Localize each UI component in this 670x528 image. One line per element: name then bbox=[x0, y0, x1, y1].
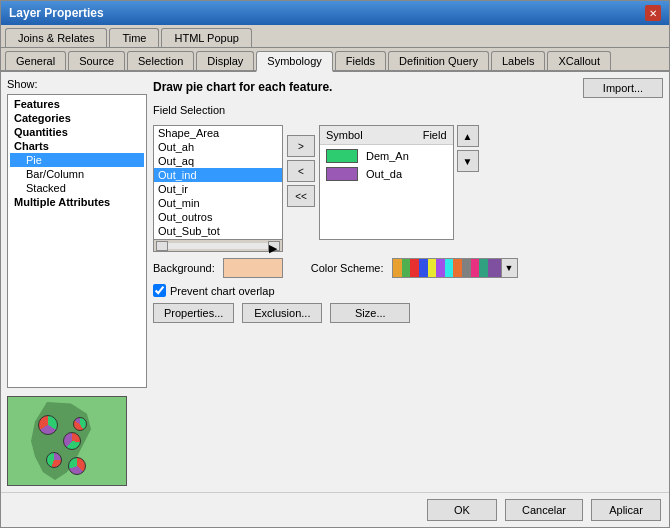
field-selection-label: Field Selection bbox=[153, 104, 663, 116]
tree-item-stacked[interactable]: Stacked bbox=[10, 181, 144, 195]
symbol-color-dem-an[interactable] bbox=[326, 149, 358, 163]
tree-item-quantities[interactable]: Quantities bbox=[10, 125, 144, 139]
symbol-field-dem-an: Dem_An bbox=[366, 150, 409, 162]
tab-time[interactable]: Time bbox=[109, 28, 159, 47]
tree-item-categories[interactable]: Categories bbox=[10, 111, 144, 125]
symbol-header: Symbol Field bbox=[320, 126, 453, 145]
content-area: Show: Features Categories Quantities Cha… bbox=[1, 72, 669, 492]
listbox-scrollbar[interactable]: ▶ bbox=[153, 240, 283, 252]
fields-listbox[interactable]: Shape_Area Out_ah Out_aq Out_ind Out_ir … bbox=[153, 125, 283, 240]
pie-chart-4 bbox=[73, 417, 87, 431]
tab-selection[interactable]: Selection bbox=[127, 51, 194, 70]
pie-chart-5 bbox=[68, 457, 86, 475]
properties-button[interactable]: Properties... bbox=[153, 303, 234, 323]
arrow-buttons: > < << bbox=[287, 125, 315, 207]
remove-all-fields-button[interactable]: << bbox=[287, 185, 315, 207]
background-color-swatch[interactable] bbox=[223, 258, 283, 278]
symbol-row-dem-an: Dem_An bbox=[322, 147, 451, 165]
color-scheme-swatch[interactable] bbox=[392, 258, 502, 278]
tab-general[interactable]: General bbox=[5, 51, 66, 70]
prevent-overlap-checkbox[interactable] bbox=[153, 284, 166, 297]
close-button[interactable]: ✕ bbox=[645, 5, 661, 21]
tab-fields[interactable]: Fields bbox=[335, 51, 386, 70]
ok-button[interactable]: OK bbox=[427, 499, 497, 521]
list-item-out-ah[interactable]: Out_ah bbox=[154, 140, 282, 154]
map-preview bbox=[7, 396, 127, 486]
size-button[interactable]: Size... bbox=[330, 303, 410, 323]
tab-xcallout[interactable]: XCallout bbox=[547, 51, 611, 70]
right-panel: Draw pie chart for each feature. Import.… bbox=[153, 78, 663, 486]
pie-chart-3 bbox=[46, 452, 62, 468]
tree-item-pie[interactable]: Pie bbox=[10, 153, 144, 167]
tab-definition-query[interactable]: Definition Query bbox=[388, 51, 489, 70]
draw-title-row: Draw pie chart for each feature. Import.… bbox=[153, 78, 663, 98]
tab-symbology[interactable]: Symbology bbox=[256, 51, 332, 72]
up-down-buttons: ▲ ▼ bbox=[457, 125, 479, 172]
map-preview-container bbox=[7, 396, 147, 486]
list-item-out-outros[interactable]: Out_outros bbox=[154, 210, 282, 224]
color-scheme-dropdown-btn[interactable]: ▼ bbox=[502, 258, 518, 278]
left-panel: Show: Features Categories Quantities Cha… bbox=[7, 78, 147, 486]
tab-labels[interactable]: Labels bbox=[491, 51, 545, 70]
background-label: Background: bbox=[153, 262, 215, 274]
list-item-out-min[interactable]: Out_min bbox=[154, 196, 282, 210]
add-field-button[interactable]: > bbox=[287, 135, 315, 157]
color-scheme-label: Color Scheme: bbox=[311, 262, 384, 274]
list-item-out-ir[interactable]: Out_ir bbox=[154, 182, 282, 196]
list-box-container: Shape_Area Out_ah Out_aq Out_ind Out_ir … bbox=[153, 125, 283, 252]
background-color-row: Background: Color Scheme: ▼ bbox=[153, 258, 663, 278]
list-item-out-ind[interactable]: Out_ind bbox=[154, 168, 282, 182]
list-item-shape-area[interactable]: Shape_Area bbox=[154, 126, 282, 140]
remove-field-button[interactable]: < bbox=[287, 160, 315, 182]
symbol-color-out-da[interactable] bbox=[326, 167, 358, 181]
pie-chart-2 bbox=[63, 432, 81, 450]
prevent-overlap-label: Prevent chart overlap bbox=[170, 285, 275, 297]
tab-html-popup[interactable]: HTML Popup bbox=[161, 28, 251, 47]
cancel-button[interactable]: Cancelar bbox=[505, 499, 583, 521]
move-up-button[interactable]: ▲ bbox=[457, 125, 479, 147]
bottom-row: OK Cancelar Aplicar bbox=[1, 492, 669, 527]
scroll-left-btn[interactable] bbox=[156, 241, 168, 251]
action-buttons-row: Properties... Exclusion... Size... bbox=[153, 303, 663, 323]
import-button[interactable]: Import... bbox=[583, 78, 663, 98]
window-title: Layer Properties bbox=[9, 6, 104, 20]
field-selection-area: Shape_Area Out_ah Out_aq Out_ind Out_ir … bbox=[153, 125, 663, 252]
scroll-track bbox=[168, 243, 268, 249]
layer-properties-window: Layer Properties ✕ Joins & Relates Time … bbox=[0, 0, 670, 528]
pie-chart-1 bbox=[38, 415, 58, 435]
tree-item-bar-column[interactable]: Bar/Column bbox=[10, 167, 144, 181]
prevent-overlap-row: Prevent chart overlap bbox=[153, 284, 663, 297]
apply-button[interactable]: Aplicar bbox=[591, 499, 661, 521]
tab-joins-relates[interactable]: Joins & Relates bbox=[5, 28, 107, 47]
top-tabs: Joins & Relates Time HTML Popup bbox=[1, 25, 669, 48]
tree-item-features[interactable]: Features bbox=[10, 97, 144, 111]
main-tabs: General Source Selection Display Symbolo… bbox=[1, 48, 669, 72]
tree-item-charts[interactable]: Charts bbox=[10, 139, 144, 153]
show-label: Show: bbox=[7, 78, 147, 90]
symbol-rows: Dem_An Out_da bbox=[320, 145, 453, 239]
color-scheme-dropdown: ▼ bbox=[392, 258, 518, 278]
symbol-col-field: Field bbox=[423, 129, 447, 141]
symbol-field-out-da: Out_da bbox=[366, 168, 402, 180]
exclusion-button[interactable]: Exclusion... bbox=[242, 303, 322, 323]
symbol-row-out-da: Out_da bbox=[322, 165, 451, 183]
move-down-button[interactable]: ▼ bbox=[457, 150, 479, 172]
symbol-area: Symbol Field Dem_An Out_da bbox=[319, 125, 479, 240]
tree-view: Features Categories Quantities Charts Pi… bbox=[7, 94, 147, 388]
draw-title: Draw pie chart for each feature. bbox=[153, 80, 332, 94]
tab-source[interactable]: Source bbox=[68, 51, 125, 70]
tab-display[interactable]: Display bbox=[196, 51, 254, 70]
tree-item-multiple-attributes[interactable]: Multiple Attributes bbox=[10, 195, 144, 209]
list-item-out-aq[interactable]: Out_aq bbox=[154, 154, 282, 168]
list-item-out-sub-tot[interactable]: Out_Sub_tot bbox=[154, 224, 282, 238]
scroll-right-btn[interactable]: ▶ bbox=[268, 241, 280, 251]
symbol-col-symbol: Symbol bbox=[326, 129, 363, 141]
symbol-box: Symbol Field Dem_An Out_da bbox=[319, 125, 454, 240]
title-bar: Layer Properties ✕ bbox=[1, 1, 669, 25]
